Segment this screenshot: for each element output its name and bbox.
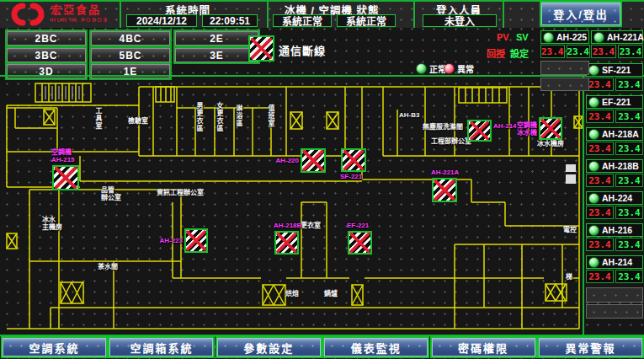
comm-loss-marker-AH-214[interactable] <box>467 120 492 142</box>
room-label: 無塵服洗滌間 <box>423 123 463 131</box>
unit-name: AH-216 <box>602 225 632 235</box>
tab-密碼權限[interactable]: 密碼權限 <box>432 338 535 356</box>
room-label: 冰水 主機房 <box>42 216 62 231</box>
unit-pv-value: 23.4 <box>586 270 614 283</box>
unit-sv-value: 23.4 <box>615 78 643 91</box>
unit-ah-221a[interactable]: AH-221A <box>591 30 643 44</box>
sidebar-divider <box>583 76 584 335</box>
header-divider <box>413 0 415 28</box>
unit-ah-218b[interactable]: AH-218B <box>586 159 643 173</box>
unit-values: 23.423.4 <box>586 110 643 121</box>
unit-ah-214[interactable]: AH-214 <box>586 255 643 269</box>
unit-status-led <box>593 32 604 43</box>
room-label: 值班室 <box>267 104 274 127</box>
abnormal-legend: 異常 <box>444 62 474 75</box>
comm-loss-marker-AH-215[interactable] <box>52 165 79 190</box>
unit-sf-221[interactable]: SF-221 <box>586 63 643 77</box>
room-label: 冰水機房 <box>537 140 564 147</box>
floor-button-3bc[interactable]: 3BC <box>7 48 86 62</box>
room-label: 鍋爐 <box>324 290 338 297</box>
unit-sv-value: 23.4 <box>615 270 643 283</box>
comm-loss-marker-AH-220[interactable] <box>301 148 326 173</box>
marker-label: AH-214 <box>493 122 517 130</box>
room-label: 工程部辦公室 <box>431 137 471 145</box>
empty-slot <box>586 287 643 303</box>
login-logout-button[interactable]: 登入/登出 <box>541 3 620 25</box>
unit-sv-value: 23.4 <box>615 174 643 187</box>
empty-slot <box>540 61 589 75</box>
comm-loss-marker-EF-221[interactable] <box>348 231 372 255</box>
floor-button-5bc[interactable]: 5BC <box>91 48 170 62</box>
ac-status: 系統正常 <box>337 14 396 27</box>
hmi-screen: 宏亞食品 HUNYA FOODS 系統時間 2024/12/12 22:09:5… <box>0 0 644 359</box>
unit-ah-218a[interactable]: AH-218A <box>586 127 643 141</box>
tab-儀表監視[interactable]: 儀表監視 <box>324 338 428 356</box>
login-status: 未登入 <box>423 14 497 27</box>
unit-status-led <box>588 161 599 172</box>
chiller-status: 系統正常 <box>273 14 332 27</box>
red-x-icon <box>54 167 77 189</box>
abnormal-legend-label: 異常 <box>457 62 474 75</box>
unit-status-led <box>588 225 599 236</box>
unit-ef-221[interactable]: EF-221 <box>586 95 643 109</box>
brand-subtitle: HUNYA FOODS <box>51 17 108 23</box>
red-x-icon <box>434 180 455 201</box>
tab-空調系統[interactable]: 空調系統 <box>3 338 106 356</box>
unit-name: EF-221 <box>602 97 631 107</box>
empty-slot <box>540 78 589 91</box>
tab-參數設定[interactable]: 參數設定 <box>217 338 321 356</box>
floor-button-4bc[interactable]: 4BC <box>91 31 170 46</box>
pv-label: PV <box>497 32 509 42</box>
unit-pv-value: 23.4 <box>591 45 616 58</box>
floor-button-3e[interactable]: 3E <box>175 48 258 62</box>
unit-ah-225[interactable]: AH-225 <box>540 30 589 44</box>
marker-label: SF-221 <box>340 173 362 180</box>
unit-pv-value: 23.4 <box>586 110 614 123</box>
tab-空調箱系統[interactable]: 空調箱系統 <box>109 338 213 356</box>
unit-status-led <box>588 257 599 268</box>
header-divider <box>503 0 504 28</box>
marker-label: EF-221 <box>347 222 369 229</box>
room-label: 茶水間 <box>98 263 118 271</box>
unit-status-led <box>543 32 554 43</box>
room-label: 資訊工程辦公室 <box>157 189 204 196</box>
floor-button-2bc[interactable]: 2BC <box>7 31 86 46</box>
marker-label: AH-223 <box>159 237 183 244</box>
red-x-icon <box>469 121 490 140</box>
room-label: 男更衣區 <box>195 102 203 132</box>
comm-loss-marker-AH-223[interactable] <box>184 228 208 253</box>
unit-sv-value: 23.4 <box>615 238 643 251</box>
unit-name: AH-214 <box>602 257 632 267</box>
floor-button-2e[interactable]: 2E <box>175 31 258 46</box>
comm-loss-marker-AH-221A[interactable] <box>432 178 457 202</box>
room-label: 更衣室 <box>301 222 321 229</box>
unit-sv-value: 23.4 <box>615 110 643 123</box>
room-label: 烘焙 <box>285 290 299 297</box>
unit-ah-216[interactable]: AH-216 <box>586 223 643 237</box>
unit-values: 23.423.4 <box>586 206 643 217</box>
company-logo-icon <box>8 2 47 27</box>
tabs-top-border <box>0 335 644 336</box>
red-x-icon <box>349 233 370 253</box>
unit-sv-value: 23.4 <box>615 206 643 219</box>
comm-loss-legend-label: 通信斷線 <box>279 42 326 58</box>
unit-pv-value: 23.4 <box>586 78 614 91</box>
room-label: AH-B3 <box>399 111 419 119</box>
unit-sv-value: 23.4 <box>618 45 643 58</box>
comm-loss-marker-冰水機[interactable] <box>539 117 562 140</box>
marker-label: AH-218B <box>274 222 301 229</box>
unit-values: 23.423.4 <box>586 174 643 185</box>
room-label: 檢驗室 <box>128 117 148 125</box>
normal-led-icon <box>416 63 427 74</box>
unit-status-led <box>588 129 599 140</box>
tab-異常警報[interactable]: 異常警報 <box>539 338 642 356</box>
comm-loss-marker-SF-221[interactable] <box>341 148 366 172</box>
comm-loss-legend-icon <box>248 35 274 62</box>
header-divider <box>267 0 269 28</box>
unit-ah-224[interactable]: AH-224 <box>586 191 643 205</box>
comm-loss-marker-AH-218B[interactable] <box>274 231 299 255</box>
unit-status-led <box>588 193 599 204</box>
red-x-icon <box>302 150 324 171</box>
unit-values: 23.423.4 <box>586 270 643 281</box>
unit-values: 23.423.4 <box>540 45 589 56</box>
